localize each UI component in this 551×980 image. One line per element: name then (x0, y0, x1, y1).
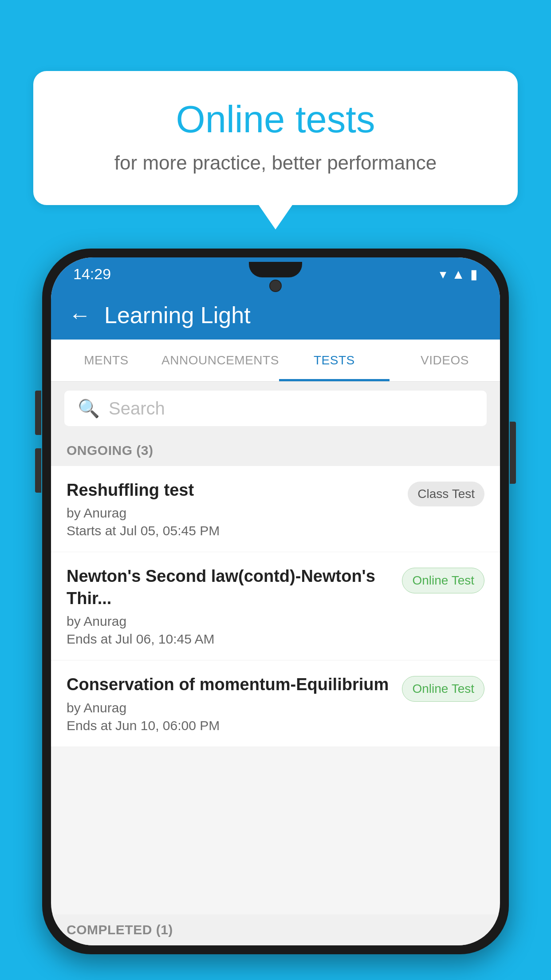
bubble-title: Online tests (69, 98, 482, 141)
search-placeholder: Search (109, 399, 165, 419)
speech-bubble: Online tests for more practice, better p… (33, 71, 518, 205)
search-container: 🔍 Search (51, 382, 500, 435)
search-icon: 🔍 (78, 398, 100, 419)
test-name-3: Conservation of momentum-Equilibrium (67, 674, 393, 695)
tests-list: Reshuffling test by Anurag Starts at Jul… (51, 466, 500, 747)
wifi-icon: ▾ (440, 266, 446, 282)
test-item-2[interactable]: Newton's Second law(contd)-Newton's Thir… (51, 552, 500, 660)
status-time: 14:29 (73, 265, 111, 283)
back-button[interactable]: ← (69, 304, 91, 326)
tabs-bar: MENTS ANNOUNCEMENTS TESTS VIDEOS (51, 340, 500, 382)
search-bar[interactable]: 🔍 Search (64, 391, 487, 426)
app-title: Learning Light (104, 302, 251, 328)
test-info-3: Conservation of momentum-Equilibrium by … (67, 674, 393, 733)
test-time-3: Ends at Jun 10, 06:00 PM (67, 718, 393, 733)
test-badge-3: Online Test (402, 676, 484, 702)
test-info-1: Reshuffling test by Anurag Starts at Jul… (67, 479, 399, 538)
volume-up-button[interactable] (35, 391, 41, 435)
test-time-2: Ends at Jul 06, 10:45 AM (67, 632, 393, 647)
test-info-2: Newton's Second law(contd)-Newton's Thir… (67, 565, 393, 647)
test-badge-1: Class Test (408, 482, 484, 506)
bubble-subtitle: for more practice, better performance (69, 152, 482, 174)
test-item-1[interactable]: Reshuffling test by Anurag Starts at Jul… (51, 466, 500, 552)
camera-icon (269, 280, 282, 292)
phone-container: 14:29 ▾ ▲ ▮ ← Learning Light MENTS (42, 249, 509, 980)
status-icons: ▾ ▲ ▮ (440, 266, 478, 282)
phone-screen: 14:29 ▾ ▲ ▮ ← Learning Light MENTS (51, 257, 500, 945)
tab-tests[interactable]: TESTS (279, 340, 390, 381)
test-name-2: Newton's Second law(contd)-Newton's Thir… (67, 565, 393, 609)
tab-videos[interactable]: VIDEOS (390, 340, 500, 381)
test-badge-2: Online Test (402, 568, 484, 593)
app-header: ← Learning Light (51, 291, 500, 340)
phone-notch (249, 262, 302, 277)
test-name-1: Reshuffling test (67, 479, 399, 501)
test-author-2: by Anurag (67, 614, 393, 629)
test-time-1: Starts at Jul 05, 05:45 PM (67, 523, 399, 538)
test-item-3[interactable]: Conservation of momentum-Equilibrium by … (51, 660, 500, 747)
test-author-3: by Anurag (67, 700, 393, 715)
screen-content: 14:29 ▾ ▲ ▮ ← Learning Light MENTS (51, 257, 500, 945)
signal-icon: ▲ (452, 267, 465, 282)
tab-ments[interactable]: MENTS (51, 340, 161, 381)
test-author-1: by Anurag (67, 506, 399, 521)
power-button[interactable] (510, 422, 516, 484)
volume-down-button[interactable] (35, 448, 41, 493)
phone-device: 14:29 ▾ ▲ ▮ ← Learning Light MENTS (42, 249, 509, 954)
tab-announcements[interactable]: ANNOUNCEMENTS (161, 340, 279, 381)
ongoing-section-header: ONGOING (3) (51, 435, 500, 466)
completed-section-header: COMPLETED (1) (51, 914, 500, 945)
battery-icon: ▮ (470, 266, 478, 282)
